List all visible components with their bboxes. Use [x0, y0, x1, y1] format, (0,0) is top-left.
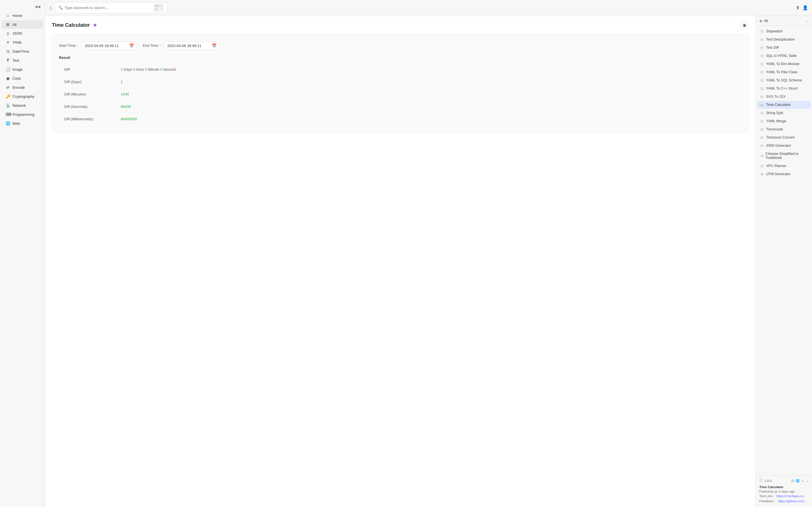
sidebar-item-color-label: Color: [12, 76, 21, 80]
diff-second-num: 0: [160, 67, 162, 71]
all-icon: ⊞: [6, 22, 10, 27]
footer-feedback-label: Feedback：: [759, 499, 777, 503]
panel-item-svg-jsx[interactable]: ◷ SVG To JSX: [757, 93, 811, 101]
panel-item-sql-html[interactable]: ◷ SQL to HTML Table: [757, 52, 811, 60]
panel-item-traceroute[interactable]: ◷ Traceroute: [757, 125, 811, 133]
sidebar-item-all[interactable]: ⊞ All: [2, 20, 43, 29]
sidebar-item-image[interactable]: ⬜ Image: [2, 65, 43, 73]
end-calendar-icon[interactable]: 📅: [212, 43, 216, 48]
start-calendar-icon[interactable]: 📅: [129, 43, 134, 48]
panel-item-chinese[interactable]: ◷ Chinese Simplified to Traditional: [757, 150, 811, 162]
version-number: 1.0.0: [764, 479, 772, 483]
end-time-field: End Time： 📅: [143, 41, 220, 50]
sidebar-item-cryptography[interactable]: 🔑 Cryptography: [2, 92, 43, 101]
text-icon: T: [6, 58, 10, 62]
search-shortcut: ⌘ + K: [154, 4, 164, 11]
end-time-input[interactable]: [167, 44, 209, 48]
yaml-cpp-icon: ◷: [760, 87, 764, 91]
favorite-button[interactable]: ★: [93, 22, 97, 28]
panel-item-string-split-label: String Split: [766, 111, 783, 115]
panel-item-utm[interactable]: ◷ UTM Generator: [757, 170, 811, 178]
panel-item-string-split[interactable]: ◷ String Split: [757, 109, 811, 117]
network-icon: 📡: [6, 103, 10, 108]
diff-hour-text: Hour: [136, 67, 145, 71]
footer-tool-link[interactable]: https://t.he3app.co...: [776, 494, 806, 498]
diff-milliseconds-label: Diff (Milliseconds): [59, 113, 116, 125]
sidebar-collapse-btn[interactable]: ◀◀: [2, 3, 43, 11]
panel-toggle-button[interactable]: ▣: [740, 21, 749, 29]
right-panel: ◉ All ⌄ ◷ Stopwatch ◷ Text Deduplication…: [756, 16, 812, 507]
text-dedup-icon: ◷: [760, 38, 764, 41]
profile-button[interactable]: 👤: [802, 5, 808, 10]
panel-item-yaml-elm[interactable]: ◷ YAML To Elm Module: [757, 60, 811, 68]
sidebar-item-home[interactable]: ⌂ Home: [2, 11, 43, 20]
panel-item-time-calc[interactable]: ◷ Time Calculator: [757, 101, 811, 109]
search-bar[interactable]: 🔍 ⌘ + K: [55, 2, 167, 13]
sidebar-item-network[interactable]: 📡 Network: [2, 101, 43, 110]
encode-icon: ⇄: [6, 85, 10, 90]
table-row: Diff (Milliseconds) 86400000: [59, 113, 742, 125]
panel-item-text-dedup[interactable]: ◷ Text Deduplication: [757, 36, 811, 43]
share-button[interactable]: ⬆: [796, 5, 800, 10]
yaml-icon: ≡: [6, 40, 10, 45]
image-icon: ⬜: [6, 67, 10, 71]
panel-item-chinese-label: Chinese Simplified to Traditional: [765, 152, 808, 160]
sidebar-item-network-label: Network: [12, 103, 26, 108]
start-time-input-wrap[interactable]: 📅: [82, 41, 137, 50]
panel-item-yaml-merge-label: YAML Merge: [766, 119, 786, 123]
panel-item-stopwatch[interactable]: ◷ Stopwatch: [757, 27, 811, 35]
vpc-icon: ◷: [760, 164, 764, 168]
panel-item-yaml-sql[interactable]: ◷ YAML To SQL Schema: [757, 76, 811, 84]
web-icon: 🌐: [6, 121, 10, 126]
sidebar-item-cryptography-label: Cryptography: [12, 94, 35, 99]
time-calc-icon: ◷: [760, 103, 764, 107]
panel-item-vpc[interactable]: ◷ VPC Planner: [757, 162, 811, 170]
end-time-input-wrap[interactable]: 📅: [164, 41, 220, 50]
start-time-label: Start Time：: [59, 43, 79, 48]
result-table: Diff 1 Days 0 Hour 0 Minute 0 Second: [59, 63, 742, 125]
panel-chevron-icon[interactable]: ⌄: [806, 19, 809, 23]
page-content: Time Calculator ★ ▣ Start Time： 📅 End: [45, 16, 756, 507]
panel-item-text-diff[interactable]: ◷ Text Diff: [757, 44, 811, 52]
sidebar-item-encode[interactable]: ⇄ Encode: [2, 83, 43, 92]
panel-item-yaml-pike[interactable]: ◷ YAML To Pike Class: [757, 68, 811, 76]
diff-minute-num: 0: [145, 67, 147, 71]
utm-icon: ◷: [760, 172, 764, 176]
sidebar-item-text[interactable]: T Text: [2, 56, 43, 64]
table-row: Diff (Seconds) 86400: [59, 101, 742, 113]
sidebar-item-color[interactable]: ◉ Color: [2, 74, 43, 82]
calculator-form: Start Time： 📅 End Time： 📅: [52, 34, 749, 132]
sidebar: ◀◀ ⌂ Home ⊞ All {} JSON ≡ YAML ◷ Date/Ti…: [0, 0, 45, 507]
sidebar-item-json[interactable]: {} JSON: [2, 29, 43, 38]
footer-tool-link-row: Tool Link： https://t.he3app.co...: [759, 494, 809, 498]
search-input[interactable]: [64, 6, 152, 10]
panel-item-yaml-cpp-label: YAML To C++ Struct: [766, 87, 798, 91]
check-icon: ✓: [801, 479, 804, 483]
sidebar-item-yaml[interactable]: ≡ YAML: [2, 38, 43, 47]
search-icon: 🔍: [58, 6, 63, 10]
sidebar-item-programming-label: Programming: [12, 112, 35, 117]
panel-item-time-calc-label: Time Calculator: [766, 103, 791, 107]
svg-jsx-icon: ◷: [760, 95, 764, 99]
sidebar-item-web-label: Web: [12, 121, 20, 126]
sidebar-item-programming[interactable]: ⌨ Programming: [2, 110, 43, 119]
panel-filter-label: All: [764, 18, 768, 23]
footer-chevron-icon[interactable]: ⌄: [806, 479, 809, 483]
footer-feedback-link[interactable]: https://github.com/...: [778, 499, 807, 503]
table-row: Diff 1 Days 0 Hour 0 Minute 0 Second: [59, 63, 742, 76]
panel-header: ◉ All ⌄: [756, 16, 812, 26]
sidebar-item-datetime[interactable]: ◷ Date/Time: [2, 47, 43, 55]
home-button[interactable]: ⌂: [49, 5, 52, 10]
info-icon: ⓘ: [759, 478, 763, 483]
panel-item-traceroute-label: Traceroute: [766, 127, 783, 131]
panel-item-yaml-cpp[interactable]: ◷ YAML To C++ Struct: [757, 84, 811, 93]
panel-filter-icon: ◉: [759, 19, 762, 23]
diff-milliseconds-value: 86400000: [116, 113, 742, 125]
panel-item-timezone[interactable]: ◷ Timezone Convert: [757, 133, 811, 142]
sidebar-item-web[interactable]: 🌐 Web: [2, 119, 43, 128]
start-time-input[interactable]: [85, 44, 127, 48]
panel-item-vpc-label: VPC Planner: [766, 164, 786, 168]
panel-item-yaml-merge[interactable]: ◷ YAML Merge: [757, 117, 811, 125]
panel-item-x509[interactable]: ◷ X509 Generator: [757, 142, 811, 150]
panel-item-sql-html-label: SQL to HTML Table: [766, 54, 797, 58]
